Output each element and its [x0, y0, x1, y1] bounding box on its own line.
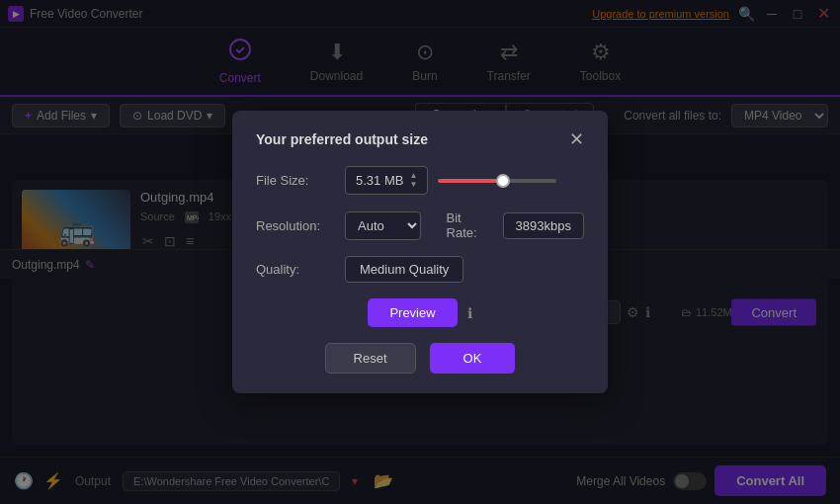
bitrate-label: Bit Rate: — [447, 210, 493, 240]
resolution-select[interactable]: Auto 1080p 720p 480p — [345, 211, 421, 240]
reset-button[interactable]: Reset — [325, 343, 416, 374]
bitrate-value: 3893kbps — [503, 212, 584, 239]
quality-label: Quality: — [256, 262, 335, 277]
modal-close-button[interactable]: ✕ — [569, 130, 584, 148]
modal-title: Your preferred output size — [256, 131, 428, 147]
quality-value: Medium Quality — [345, 256, 463, 283]
file-size-value: 5.31 MB — [356, 173, 403, 188]
file-size-slider[interactable] — [438, 179, 556, 183]
modal-overlay: Your preferred output size ✕ File Size: … — [0, 0, 840, 504]
resolution-label: Resolution: — [256, 218, 335, 233]
file-size-row: File Size: 5.31 MB ▲ ▼ — [256, 166, 584, 195]
preview-info-icon[interactable]: ℹ — [467, 305, 472, 321]
modal-dialog: Your preferred output size ✕ File Size: … — [232, 111, 608, 393]
file-size-label: File Size: — [256, 173, 335, 188]
modal-footer: Reset OK — [256, 343, 584, 374]
ok-button[interactable]: OK — [430, 343, 516, 374]
preview-row: Preview ℹ — [256, 298, 584, 327]
quality-row: Quality: Medium Quality — [256, 256, 584, 283]
file-size-spinner[interactable]: ▲ ▼ — [409, 172, 417, 189]
resolution-bitrate-row: Resolution: Auto 1080p 720p 480p Bit Rat… — [256, 210, 584, 240]
preview-button[interactable]: Preview — [368, 298, 457, 327]
file-size-value-box: 5.31 MB ▲ ▼ — [345, 166, 428, 195]
modal-header: Your preferred output size ✕ — [256, 130, 584, 148]
file-size-slider-container — [438, 179, 584, 183]
